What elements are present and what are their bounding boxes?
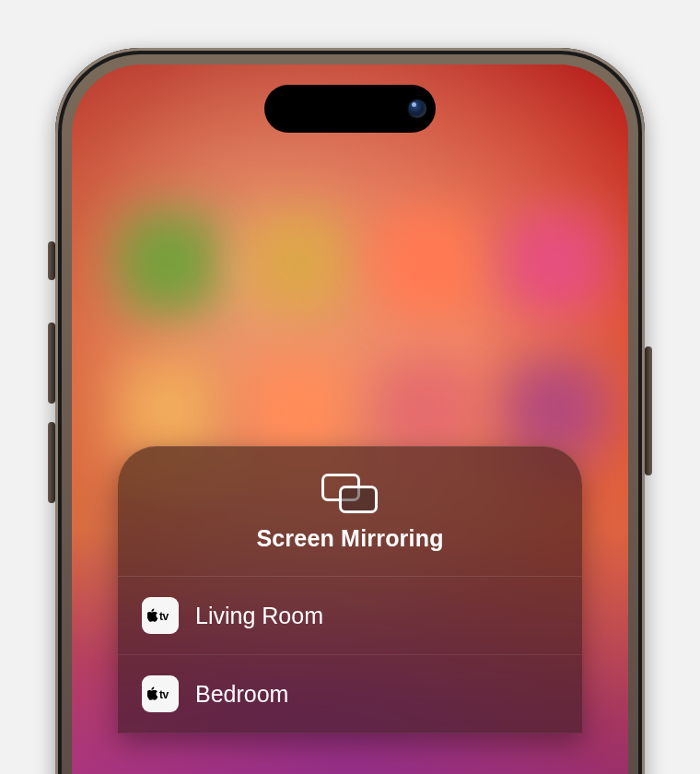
device-label: Bedroom [195,681,288,708]
apple-tv-icon: tv [142,597,179,634]
dynamic-island [264,85,436,133]
front-camera-icon [408,100,426,118]
background-app-blur [247,212,348,313]
device-label: Living Room [195,603,323,629]
phone-screen: Screen Mirroring tv Living Room [72,64,628,774]
screen-mirroring-sheet: Screen Mirroring tv Living Room [118,446,582,733]
volume-up-button[interactable] [48,322,55,404]
apple-tv-icon: tv [142,675,179,712]
background-app-blur [505,212,606,313]
phone-frame: Screen Mirroring tv Living Room [55,48,645,774]
device-row-living-room[interactable]: tv Living Room [118,577,582,655]
screen-mirroring-icon [321,474,379,512]
ring-silent-switch[interactable] [48,241,55,280]
volume-down-button[interactable] [48,422,55,503]
sheet-title: Screen Mirroring [136,525,564,552]
background-app-blur [118,212,219,313]
sheet-header: Screen Mirroring [118,446,582,577]
device-row-bedroom[interactable]: tv Bedroom [118,655,582,733]
side-button[interactable] [645,346,652,475]
svg-text:tv: tv [159,610,169,623]
svg-text:tv: tv [159,688,169,701]
background-app-blur [376,212,477,313]
